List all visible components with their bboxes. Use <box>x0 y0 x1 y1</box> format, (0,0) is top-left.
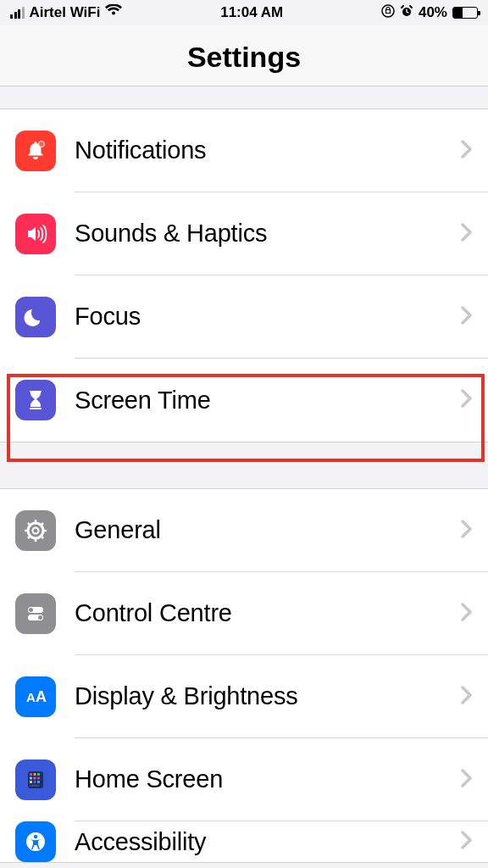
row-label: Accessibility <box>75 828 461 856</box>
svg-rect-28 <box>30 781 32 783</box>
row-sounds-haptics[interactable]: Sounds & Haptics <box>0 192 488 275</box>
svg-line-11 <box>28 523 30 526</box>
row-label: Screen Time <box>75 387 461 415</box>
settings-section-2: General Control Centre AA Display & Brig… <box>0 488 488 863</box>
svg-line-12 <box>41 536 43 538</box>
chevron-right-icon <box>461 389 473 411</box>
svg-text:A: A <box>36 688 47 705</box>
svg-rect-23 <box>34 773 36 776</box>
text-size-icon: AA <box>15 676 56 717</box>
bell-icon <box>15 131 56 171</box>
row-focus[interactable]: Focus <box>0 275 488 359</box>
orientation-lock-icon <box>381 4 395 22</box>
row-accessibility[interactable]: Accessibility <box>0 821 488 862</box>
row-home-screen[interactable]: Home Screen <box>0 738 488 821</box>
svg-rect-25 <box>30 777 32 780</box>
chevron-right-icon <box>461 831 473 853</box>
moon-icon <box>15 297 56 337</box>
svg-rect-30 <box>37 781 40 783</box>
chevron-right-icon <box>461 769 473 791</box>
chevron-right-icon <box>461 140 473 162</box>
chevron-right-icon <box>461 603 473 625</box>
svg-point-6 <box>33 528 39 534</box>
gear-icon <box>15 510 56 551</box>
svg-rect-31 <box>30 785 40 787</box>
chevron-right-icon <box>461 223 473 245</box>
row-notifications[interactable]: Notifications <box>0 109 488 192</box>
svg-line-13 <box>28 536 30 538</box>
clock: 11:04 AM <box>220 4 283 21</box>
chevron-right-icon <box>461 520 473 542</box>
svg-rect-4 <box>30 408 42 409</box>
switches-icon <box>15 593 56 634</box>
svg-rect-24 <box>37 773 40 776</box>
row-general[interactable]: General <box>0 489 488 572</box>
row-label: Focus <box>75 303 461 331</box>
alarm-icon <box>400 4 413 22</box>
row-label: Home Screen <box>75 765 461 793</box>
status-bar: Airtel WiFi 11:04 AM 40% <box>0 0 488 25</box>
svg-text:A: A <box>26 690 36 704</box>
row-display-brightness[interactable]: AA Display & Brightness <box>0 655 488 738</box>
settings-section-1: Notifications Sounds & Haptics Focus Scr… <box>0 108 488 442</box>
row-label: Notifications <box>75 136 461 164</box>
wifi-icon <box>105 4 122 21</box>
battery-icon <box>452 7 478 19</box>
svg-point-18 <box>38 615 42 620</box>
row-label: General <box>75 516 461 544</box>
svg-point-33 <box>34 835 37 838</box>
svg-point-16 <box>29 608 33 612</box>
row-label: Sounds & Haptics <box>75 220 461 248</box>
speaker-icon <box>15 214 56 254</box>
hourglass-icon <box>15 380 56 420</box>
svg-point-2 <box>39 142 45 147</box>
row-screen-time[interactable]: Screen Time <box>0 359 488 442</box>
svg-rect-22 <box>30 773 32 776</box>
svg-rect-27 <box>37 777 40 780</box>
svg-rect-29 <box>34 781 36 783</box>
app-grid-icon <box>15 760 56 800</box>
row-label: Control Centre <box>75 599 461 627</box>
svg-rect-3 <box>30 391 42 392</box>
battery-percent: 40% <box>419 4 447 21</box>
chevron-right-icon <box>461 686 473 708</box>
page-title: Settings <box>0 41 488 74</box>
cellular-signal-icon <box>10 7 25 19</box>
row-control-centre[interactable]: Control Centre <box>0 572 488 655</box>
svg-line-14 <box>41 523 43 526</box>
chevron-right-icon <box>461 306 473 328</box>
nav-header: Settings <box>0 25 488 86</box>
accessibility-icon <box>15 821 56 862</box>
row-label: Display & Brightness <box>75 682 461 710</box>
svg-rect-26 <box>34 777 36 780</box>
carrier-label: Airtel WiFi <box>30 4 101 21</box>
